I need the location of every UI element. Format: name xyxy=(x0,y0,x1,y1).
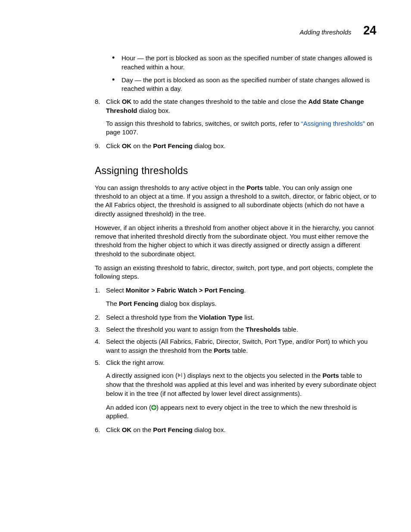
text: on the xyxy=(131,142,153,149)
step-1: 1. Select Monitor > Fabric Watch > Port … xyxy=(95,286,377,308)
dialog-name: Port Fencing xyxy=(153,426,193,433)
bullet-text: — the port is blocked as soon as the spe… xyxy=(121,54,372,70)
text: dialog box displays. xyxy=(159,300,217,307)
step-4: 4. Select the objects (All Fabrics, Fabr… xyxy=(95,337,377,355)
dialog-name: Port Fencing xyxy=(119,300,159,307)
step-subtext: An added icon () appears next to every o… xyxy=(106,403,377,421)
text: table. xyxy=(280,326,298,333)
step-subtext: The Port Fencing dialog box displays. xyxy=(106,299,377,308)
step-number: 4. xyxy=(95,337,100,346)
step-6: 6. Click OK on the Port Fencing dialog b… xyxy=(95,426,377,434)
menu-path: Monitor > Fabric Watch > Port Fencing xyxy=(126,286,244,294)
step-number: 5. xyxy=(95,358,100,367)
text: An added icon ( xyxy=(106,404,151,411)
text: Click the right arrow. xyxy=(106,359,165,366)
ok-label: OK xyxy=(122,142,132,149)
bullet-term: Day xyxy=(121,76,133,84)
step-2: 2. Select a threshold type from the Viol… xyxy=(95,313,377,322)
text: Click xyxy=(106,426,122,433)
svg-marker-0 xyxy=(178,373,181,377)
step-subtext: A directly assigned icon () displays nex… xyxy=(106,371,377,398)
text: to add the state changes threshold to th… xyxy=(131,98,308,105)
text: Click xyxy=(106,142,122,149)
bullet-text: — the port is blocked as soon as the spe… xyxy=(121,76,370,92)
step-list: 1. Select Monitor > Fabric Watch > Port … xyxy=(95,286,377,434)
running-title: Adding thresholds xyxy=(300,28,352,37)
page: Adding thresholds 24 Hour — the port is … xyxy=(0,0,411,532)
directly-assigned-icon xyxy=(177,371,184,380)
text: Click xyxy=(106,98,122,105)
step-number: 8. xyxy=(95,97,100,106)
text: . xyxy=(244,286,246,294)
step-number: 2. xyxy=(95,313,100,322)
added-icon xyxy=(151,405,156,410)
text: To assign this threshold to fabrics, swi… xyxy=(106,120,301,127)
step-3: 3. Select the threshold you want to assi… xyxy=(95,325,377,334)
text: The xyxy=(106,300,119,307)
step-number: 1. xyxy=(95,286,100,295)
bullet-term: Hour xyxy=(121,54,136,62)
bold-term: Thresholds xyxy=(246,326,280,333)
paragraph: You can assign thresholds to any active … xyxy=(95,184,377,218)
text: table. xyxy=(230,347,248,354)
text: list. xyxy=(243,314,254,321)
text: on the xyxy=(131,426,153,433)
text: You can assign thresholds to any active … xyxy=(95,184,246,191)
chapter-number: 24 xyxy=(363,24,376,37)
bold-term: Ports xyxy=(323,372,339,379)
list-item: Day — the port is blocked as soon as the… xyxy=(112,76,377,93)
step-number: 3. xyxy=(95,325,100,334)
step-8: 8. Click OK to add the state changes thr… xyxy=(95,97,377,137)
step-5: 5. Click the right arrow. A directly ass… xyxy=(95,358,377,420)
bullet-list: Hour — the port is blocked as soon as th… xyxy=(112,54,377,93)
text: ) displays next to the objects you selec… xyxy=(184,372,323,379)
text: dialog box. xyxy=(137,107,171,114)
dialog-name: Port Fencing xyxy=(153,142,193,149)
step-subtext: To assign this threshold to fabrics, swi… xyxy=(106,119,377,137)
step-9: 9. Click OK on the Port Fencing dialog b… xyxy=(95,142,377,150)
text: dialog box. xyxy=(193,142,226,149)
bold-term: Ports xyxy=(246,184,263,191)
bold-term: Ports xyxy=(214,347,230,354)
svg-rect-1 xyxy=(181,373,182,377)
step-list-continued: 8. Click OK to add the state changes thr… xyxy=(95,97,377,150)
text: Select a threshold type from the xyxy=(106,314,199,321)
text: dialog box. xyxy=(193,426,226,433)
content-column: Hour — the port is blocked as soon as th… xyxy=(95,54,377,434)
text: A directly assigned icon ( xyxy=(106,372,177,379)
ok-label: OK xyxy=(122,426,132,433)
paragraph: To assign an existing threshold to fabri… xyxy=(95,264,377,281)
page-header: Adding thresholds 24 xyxy=(34,24,377,37)
text: Select xyxy=(106,286,126,294)
paragraph: However, if an object inherits a thresho… xyxy=(95,224,377,258)
cross-ref-link[interactable]: “Assigning thresholds” xyxy=(301,120,365,127)
ok-label: OK xyxy=(122,98,132,105)
list-item: Hour — the port is blocked as soon as th… xyxy=(112,54,377,72)
section-heading: Assigning thresholds xyxy=(95,164,365,177)
step-number: 6. xyxy=(95,426,100,434)
bold-term: Violation Type xyxy=(199,314,243,321)
step-number: 9. xyxy=(95,142,100,150)
text: Select the threshold you want to assign … xyxy=(106,326,246,333)
